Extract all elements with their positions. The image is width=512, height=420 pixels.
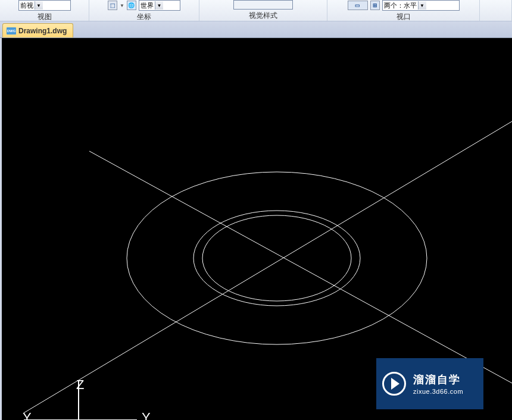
axis-label-y-right: Y (142, 410, 151, 420)
chevron-down-icon: ▼ (35, 1, 43, 10)
axis-label-z: Z (76, 377, 84, 393)
ribbon-panel-visualstyle: 视觉样式 (199, 0, 327, 21)
panel-label-view: 视图 (38, 11, 52, 22)
chevron-down-icon: ▼ (418, 1, 426, 10)
left-panel-edge (0, 38, 2, 420)
view-dropdown[interactable]: 前视 ▼ (18, 0, 71, 11)
diagonal-line-1 (89, 151, 512, 383)
watermark-badge: 溜溜自学 zixue.3d66.com (376, 358, 483, 409)
coords-dropdown-value: 世界 (141, 1, 154, 10)
ucs-icon[interactable]: ⬚ (108, 1, 117, 10)
viewport-dropdown[interactable]: 两个：水平 ▼ (382, 0, 460, 11)
play-circle-icon (382, 372, 406, 396)
viewport-split-icon[interactable]: ⊞ (370, 1, 380, 10)
coords-dropdown[interactable]: 世界 ▼ (139, 0, 180, 11)
ribbon-toolbar: 前视 ▼ 视图 ⬚ ▼ 🌐 世界 ▼ 坐标 视觉样式 ▭ ⊞ (0, 0, 512, 21)
chevron-down-icon: ▼ (155, 1, 163, 10)
watermark-title: 溜溜自学 (413, 372, 463, 387)
ellipse-inner (202, 215, 351, 301)
dwg-file-icon: DWG (7, 27, 16, 35)
ellipse-middle (193, 211, 360, 306)
axis-label-y-left: Y (23, 410, 32, 420)
view-dropdown-value: 前视 (20, 1, 33, 10)
ribbon-panel-extra (480, 0, 512, 21)
panel-label-viewport: 视口 (397, 11, 411, 22)
visualstyle-dropdown[interactable] (233, 0, 293, 10)
watermark-text: 溜溜自学 zixue.3d66.com (413, 372, 463, 395)
ribbon-panel-coords: ⬚ ▼ 🌐 世界 ▼ 坐标 (89, 0, 199, 21)
viewport-icon[interactable]: ▭ (348, 1, 368, 10)
file-tab-bar: DWG Drawing1.dwg (0, 21, 512, 38)
watermark-url: zixue.3d66.com (413, 388, 463, 395)
file-tab-drawing1[interactable]: DWG Drawing1.dwg (2, 23, 73, 37)
play-triangle-icon (391, 378, 399, 390)
drawing-canvas[interactable]: Z Y Y 溜溜自学 zixue.3d66.com (0, 38, 512, 420)
panel-label-coords: 坐标 (137, 11, 151, 22)
ellipse-outer (127, 172, 427, 344)
world-icon[interactable]: 🌐 (127, 1, 136, 10)
panel-label-visualstyle: 视觉样式 (249, 10, 277, 21)
ribbon-panel-viewport: ▭ ⊞ 两个：水平 ▼ 视口 (327, 0, 480, 21)
file-tab-label: Drawing1.dwg (18, 27, 67, 35)
ribbon-panel-view: 前视 ▼ 视图 (0, 0, 89, 21)
chevron-down-icon[interactable]: ▼ (120, 3, 124, 8)
viewport-dropdown-value: 两个：水平 (384, 1, 417, 10)
